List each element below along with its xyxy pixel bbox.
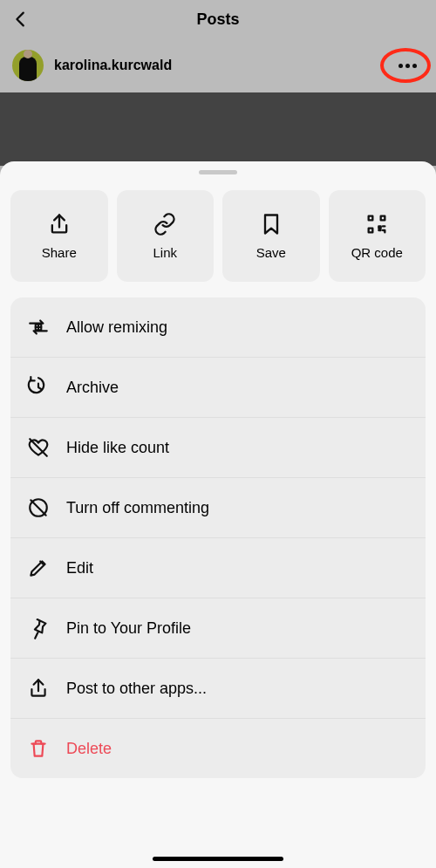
qrcode-label: QR code xyxy=(351,245,403,260)
menu-label: Allow remixing xyxy=(66,318,167,337)
trash-icon xyxy=(26,736,51,761)
delete-item[interactable]: Delete xyxy=(10,719,426,778)
pin-item[interactable]: Pin to Your Profile xyxy=(10,598,426,659)
menu-label: Post to other apps... xyxy=(66,680,207,698)
menu-label: Edit xyxy=(66,559,93,578)
save-action[interactable]: Save xyxy=(222,190,320,282)
link-label: Link xyxy=(153,245,177,260)
link-action[interactable]: Link xyxy=(117,190,215,282)
edit-item[interactable]: Edit xyxy=(10,538,426,598)
qrcode-icon xyxy=(364,212,389,236)
turn-off-commenting-item[interactable]: Turn off commenting xyxy=(10,478,426,538)
archive-item[interactable]: Archive xyxy=(10,358,426,418)
save-label: Save xyxy=(256,245,286,260)
post-to-other-apps-item[interactable]: Post to other apps... xyxy=(10,659,426,719)
menu-label: Hide like count xyxy=(66,439,169,457)
share-label: Share xyxy=(42,245,77,260)
pin-icon xyxy=(26,616,51,640)
sheet-grabber[interactable] xyxy=(199,170,237,174)
menu-label: Archive xyxy=(66,379,119,397)
link-icon xyxy=(153,212,177,236)
qrcode-action[interactable]: QR code xyxy=(329,190,426,282)
bookmark-icon xyxy=(259,212,283,236)
share-icon xyxy=(47,212,72,236)
pencil-icon xyxy=(26,556,51,580)
remix-icon xyxy=(26,315,51,339)
menu-label: Turn off commenting xyxy=(66,499,209,517)
options-menu: Allow remixing Archive Hide like count T… xyxy=(10,297,426,778)
archive-icon xyxy=(26,375,51,400)
allow-remixing-item[interactable]: Allow remixing xyxy=(10,297,426,358)
comment-off-icon xyxy=(26,496,51,520)
heart-off-icon xyxy=(26,435,51,460)
share-out-icon xyxy=(26,676,51,701)
options-bottom-sheet: Share Link Save QR code Allow remixin xyxy=(0,161,436,868)
home-indicator[interactable] xyxy=(153,857,283,861)
svg-line-3 xyxy=(31,500,45,515)
share-action[interactable]: Share xyxy=(10,190,108,282)
menu-label: Delete xyxy=(66,740,112,758)
hide-like-count-item[interactable]: Hide like count xyxy=(10,418,426,478)
menu-label: Pin to Your Profile xyxy=(66,619,191,638)
quick-actions-row: Share Link Save QR code xyxy=(10,190,426,282)
